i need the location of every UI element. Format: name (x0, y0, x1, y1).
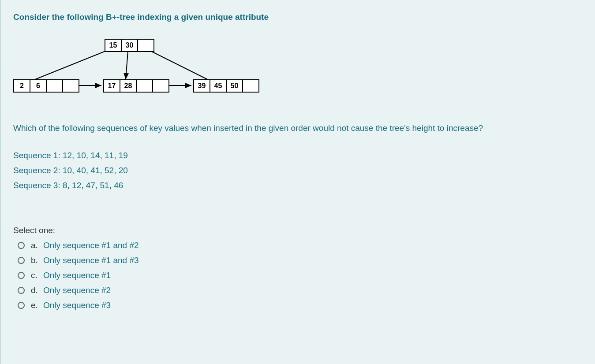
btree-root-node: 15 30 (105, 39, 154, 52)
option-c-text: Only sequence #1 (43, 271, 111, 280)
option-b[interactable]: b. Only sequence #1 and #3 (18, 256, 583, 265)
option-d-text: Only sequence #2 (43, 286, 111, 295)
leaf2-pointer (152, 79, 169, 93)
question-card: Consider the following B+-tree indexing … (0, 0, 595, 364)
options-group: a. Only sequence #1 and #2 b. Only seque… (18, 241, 583, 310)
btree-leaf-3: 39 45 50 (193, 79, 259, 93)
option-a-letter: a. (31, 241, 41, 250)
leaf2-cell-1: 28 (120, 79, 137, 93)
leaf3-cell-0: 39 (193, 79, 210, 93)
leaf3-cell-1: 45 (210, 79, 227, 93)
btree-diagram: 15 30 2 6 17 28 39 45 50 (13, 35, 278, 106)
radio-a[interactable] (18, 242, 25, 249)
radio-b[interactable] (18, 257, 25, 264)
option-b-letter: b. (31, 256, 41, 265)
radio-d[interactable] (18, 287, 25, 294)
leaf3-cell-2: 50 (226, 79, 243, 93)
svg-line-0 (35, 51, 105, 79)
leaf1-cell-1: 6 (30, 79, 47, 93)
select-one-label: Select one: (13, 226, 583, 235)
root-cell-2 (137, 39, 154, 52)
option-a-text: Only sequence #1 and #2 (43, 241, 139, 250)
sequence-1: Sequence 1: 12, 10, 14, 11, 19 (13, 151, 583, 160)
question-body: Which of the following sequences of key … (13, 123, 583, 133)
leaf1-cell-2 (46, 79, 63, 93)
option-e-letter: e. (31, 301, 41, 310)
radio-e[interactable] (18, 302, 25, 309)
root-cell-0: 15 (105, 39, 122, 52)
option-e-text: Only sequence #3 (43, 301, 111, 310)
leaf1-pointer (62, 79, 79, 93)
svg-line-1 (126, 51, 128, 79)
btree-leaf-1: 2 6 (13, 79, 79, 93)
option-c-letter: c. (31, 271, 41, 280)
leaf2-cell-0: 17 (103, 79, 120, 93)
option-e[interactable]: e. Only sequence #3 (18, 301, 583, 310)
option-b-text: Only sequence #1 and #3 (43, 256, 139, 265)
radio-c[interactable] (18, 272, 25, 279)
option-d[interactable]: d. Only sequence #2 (18, 286, 583, 295)
option-a[interactable]: a. Only sequence #1 and #2 (18, 241, 583, 250)
option-d-letter: d. (31, 286, 41, 295)
question-title: Consider the following B+-tree indexing … (13, 12, 583, 22)
leaf3-pointer (242, 79, 259, 93)
sequence-2: Sequence 2: 10, 40, 41, 52, 20 (13, 166, 583, 175)
sequence-3: Sequence 3: 8, 12, 47, 51, 46 (13, 181, 583, 190)
svg-line-2 (151, 51, 207, 79)
option-c[interactable]: c. Only sequence #1 (18, 271, 583, 280)
btree-leaf-2: 17 28 (103, 79, 169, 93)
leaf1-cell-0: 2 (13, 79, 30, 93)
root-cell-1: 30 (121, 39, 138, 52)
leaf2-cell-2 (136, 79, 153, 93)
